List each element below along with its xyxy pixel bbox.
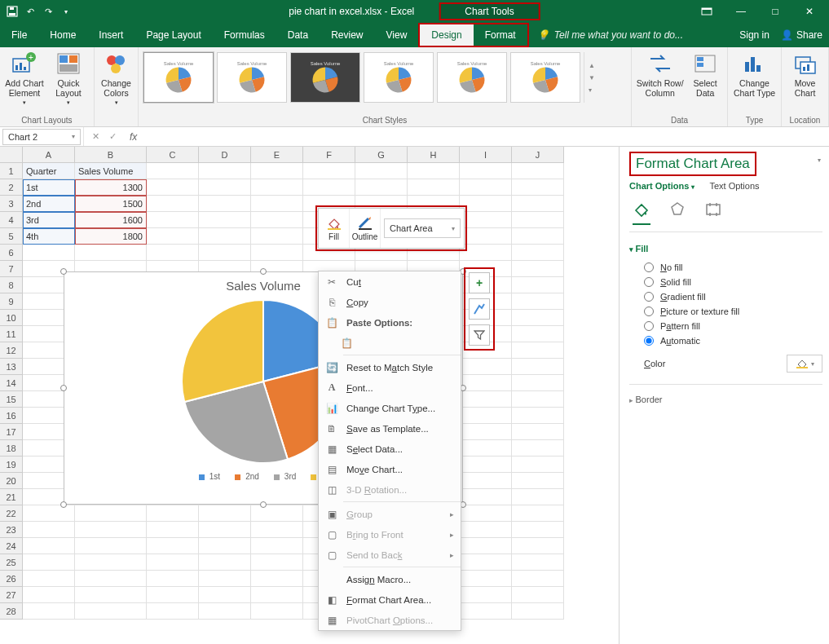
cell[interactable] — [512, 424, 564, 440]
cell[interactable] — [460, 538, 512, 554]
cell[interactable] — [408, 163, 460, 179]
cell[interactable] — [147, 245, 199, 261]
chart-style-thumbnail[interactable]: Sales Volume — [364, 52, 434, 103]
border-section-header[interactable]: Border — [629, 395, 822, 404]
cell[interactable]: 1800 — [75, 228, 147, 245]
styles-scroll-up[interactable]: ▲ — [586, 60, 597, 72]
column-header[interactable]: C — [147, 147, 199, 163]
fx-icon[interactable]: fx — [125, 131, 142, 143]
add-chart-element-button[interactable]: + Add Chart Element▾ — [3, 49, 46, 108]
fill-color-picker[interactable]: ▾ — [787, 355, 822, 373]
cell[interactable] — [303, 179, 355, 196]
column-header[interactable]: E — [251, 147, 303, 163]
cell[interactable] — [460, 375, 512, 391]
change-chart-type-button[interactable]: Change Chart Type — [731, 49, 778, 99]
cell[interactable] — [199, 196, 251, 212]
cell[interactable]: 1500 — [75, 196, 147, 212]
row-header[interactable]: 7 — [0, 261, 23, 277]
tab-home[interactable]: Home — [38, 23, 87, 47]
cell[interactable] — [460, 359, 512, 375]
row-header[interactable]: 9 — [0, 293, 23, 310]
cell[interactable] — [75, 538, 147, 554]
redo-icon[interactable]: ↷ — [41, 4, 55, 19]
cell[interactable]: Quarter — [23, 163, 75, 179]
cell[interactable] — [303, 163, 355, 179]
chart-filter-button[interactable] — [469, 324, 490, 346]
name-box[interactable]: Chart 2▾ — [2, 129, 81, 145]
cell[interactable] — [23, 571, 75, 587]
cell[interactable] — [460, 245, 512, 261]
row-header[interactable]: 12 — [0, 342, 23, 359]
chart-style-thumbnail[interactable]: Sales Volume — [510, 52, 580, 103]
cell[interactable] — [147, 538, 199, 554]
cell[interactable] — [251, 571, 303, 587]
row-header[interactable]: 21 — [0, 489, 23, 505]
cell[interactable]: 1300 — [75, 179, 147, 196]
cell[interactable] — [512, 391, 564, 408]
cell[interactable]: 1600 — [75, 212, 147, 228]
move-chart-button[interactable]: Move Chart — [785, 49, 825, 99]
ctx-format-chart-area[interactable]: ◧Format Chart Area... — [319, 589, 461, 610]
tell-me-search[interactable]: 💡 Tell me what you want to do... — [537, 23, 683, 47]
row-header[interactable]: 11 — [0, 326, 23, 342]
cell[interactable] — [75, 522, 147, 538]
row-header[interactable]: 27 — [0, 587, 23, 603]
legend-item[interactable]: 1st — [194, 472, 220, 481]
mini-fill-button[interactable]: Fill — [319, 209, 350, 248]
select-data-button[interactable]: Select Data — [686, 49, 724, 99]
cell[interactable] — [199, 505, 251, 522]
column-header[interactable]: B — [75, 147, 147, 163]
row-header[interactable]: 3 — [0, 196, 23, 212]
cell[interactable] — [512, 163, 564, 179]
cell[interactable] — [512, 228, 564, 245]
cell[interactable] — [147, 228, 199, 245]
cell[interactable] — [251, 212, 303, 228]
row-header[interactable]: 25 — [0, 554, 23, 571]
cell[interactable] — [460, 196, 512, 212]
close-icon[interactable]: ✕ — [800, 3, 819, 20]
ctx-select-data[interactable]: ▦Select Data... — [319, 439, 461, 459]
cell[interactable] — [199, 554, 251, 571]
cell[interactable] — [23, 522, 75, 538]
worksheet[interactable]: ABCDEFGHIJ 12345678910111213141516171819… — [0, 147, 619, 644]
cell[interactable] — [147, 179, 199, 196]
cell[interactable] — [460, 179, 512, 196]
cell[interactable] — [23, 245, 75, 261]
ctx-font[interactable]: AFont... — [319, 377, 461, 398]
cell[interactable] — [251, 245, 303, 261]
row-header[interactable]: 28 — [0, 603, 23, 620]
cell[interactable] — [512, 522, 564, 538]
cancel-formula-icon[interactable]: ✕ — [92, 131, 99, 142]
chart-style-thumbnail[interactable]: Sales Volume — [437, 52, 507, 103]
signin-link[interactable]: Sign in — [739, 29, 769, 41]
cell[interactable] — [251, 196, 303, 212]
column-header[interactable]: A — [23, 147, 75, 163]
row-header[interactable]: 13 — [0, 359, 23, 375]
legend-item[interactable]: 2nd — [230, 472, 259, 481]
cell[interactable] — [147, 587, 199, 603]
row-header[interactable]: 16 — [0, 408, 23, 424]
fill-opt-gradient[interactable]: Gradient fill — [629, 289, 822, 304]
chart-elements-button[interactable]: + — [469, 272, 490, 293]
cell[interactable] — [460, 163, 512, 179]
cell[interactable] — [512, 326, 564, 342]
cell[interactable] — [512, 473, 564, 489]
cell[interactable] — [251, 505, 303, 522]
cell[interactable] — [199, 522, 251, 538]
legend-item[interactable]: 3rd — [269, 472, 296, 481]
mini-chart-element-select[interactable]: Chart Area▾ — [384, 218, 461, 238]
cell[interactable] — [147, 522, 199, 538]
cell[interactable] — [512, 359, 564, 375]
cell[interactable] — [512, 505, 564, 522]
chart-styles-button[interactable] — [469, 298, 490, 320]
cell[interactable] — [147, 196, 199, 212]
maximize-icon[interactable]: □ — [765, 3, 785, 20]
cell[interactable] — [512, 603, 564, 620]
quick-access-dropdown-icon[interactable]: ▾ — [59, 4, 73, 19]
cell[interactable] — [355, 163, 408, 179]
size-properties-tab-icon[interactable] — [703, 199, 724, 220]
cell[interactable] — [512, 277, 564, 293]
cell[interactable] — [460, 505, 512, 522]
ctx-assign-macro[interactable]: Assign Macro... — [319, 569, 461, 589]
column-header[interactable]: H — [408, 147, 460, 163]
